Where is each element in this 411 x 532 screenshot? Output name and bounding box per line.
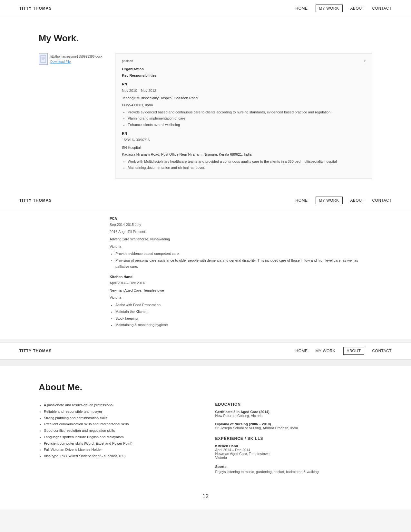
sports-section: Sports- Enjoys listening to music, garde… [215,465,373,474]
role-1-resp-1: Provide evidenced based and continuous c… [128,110,366,115]
role-pca-block: PCA Sep 2014-2015 July 2016 Aug –Till Pr… [110,216,372,270]
role-1-hospital: Jehangir Multispeciality Hospital, Sasso… [122,95,366,101]
work-content: tittythomasresume1559993396.docx Downloa… [39,53,372,179]
kitchen-title: Kitchen Hand [110,274,372,280]
nav-contact[interactable]: CONTACT [372,6,392,11]
key-resp-label: Key Responsibilities [122,73,366,79]
download-area: tittythomasresume1559993396.docx Downloa… [39,53,102,65]
exp-date-1: April 2014 – Dec 2014 [215,448,373,452]
brand-name-2: TITTY THOMAS [19,198,52,203]
role-2-location: Kadapra Niranam Road, Post Office Near N… [122,152,366,158]
my-work-title: My Work. [39,33,372,44]
exp-item-1: Kitchen Hand April 2014 – Dec 2014 Newma… [215,444,373,459]
role-1-date: Nov 2010 – Nov 2012 [122,88,366,94]
nav2-about[interactable]: ABOUT [350,198,365,203]
about-right-panel: EDUCATION Certificate 3 in Aged Care (20… [215,402,373,474]
edu-degree-2: Diploma of Nursing (2006 – 2010) [215,422,373,426]
filename: tittythomasresume1559993396.docx [50,54,102,59]
work-extra-content: PCA Sep 2014-2015 July 2016 Aug –Till Pr… [110,216,372,328]
role-1-resp-2: Planning and implementation of care [128,116,366,121]
about-qualities: A passionate and results-driven professi… [39,402,196,474]
my-work-section: My Work. tittythomasresume1559993396.doc… [0,17,411,192]
kitchen-date: April 2014 – Dec 2014 [110,280,372,286]
nav-about[interactable]: ABOUT [350,6,365,11]
kitchen-resp-4: Maintaining & monitoring hygiene [115,322,372,328]
kitchen-resp-2: Maintain the Kitchen [115,309,372,315]
about-section: About Me. A passionate and results-drive… [0,366,411,487]
pca-date: Sep 2014-2015 July [110,222,372,228]
edu-degree-1: Certificate 3 in Aged Care (2014) [215,410,373,414]
top-navbar: TITTY THOMAS HOME MY WORK ABOUT CONTACT [0,0,411,17]
header-position: position [122,59,133,64]
pca-responsibilities: Provide evidence based competent care. P… [115,251,372,269]
nav2-contact[interactable]: CONTACT [372,198,392,203]
role-2-hospital: SN Hospital [122,145,366,151]
sports-title: Sports- [215,465,373,469]
brand-name: TITTY THOMAS [19,6,52,11]
org-label: Organisation [122,66,366,72]
nav-home[interactable]: HOME [296,6,308,11]
role-1-responsibilities: Provide evidenced based and continuous c… [128,110,366,128]
pca-resp-1: Provide evidence based competent care. [115,251,372,257]
quality-3: Strong planning and administration skill… [44,415,196,421]
kitchen-location: Victoria [110,295,372,301]
nav-links: HOME MY WORK ABOUT CONTACT [296,5,392,12]
nav-mywork[interactable]: MY WORK [316,5,343,12]
nav3-mywork[interactable]: MY WORK [316,349,336,353]
nav3-about[interactable]: ABOUT [343,347,365,355]
nav3-contact[interactable]: CONTACT [372,349,392,353]
pca-title: PCA [110,216,372,222]
nav2-mywork[interactable]: MY WORK [316,197,343,204]
role-1-title: RN [122,82,366,87]
sports-text: Enjoys listening to music, gardening, cr… [215,470,373,474]
pca-org: Advent Care Whitehorse, Nunawading [110,236,372,242]
role-2-responsibilities: Work with Multidisciplinary healthcare t… [128,159,366,171]
svg-rect-0 [41,55,46,63]
pca-location: Victoria [110,244,372,250]
about-title: About Me. [39,382,372,392]
role-2-resp-1: Work with Multidisciplinary healthcare t… [128,159,366,165]
quality-8: Full Victorian Driver's License Holder [44,447,196,453]
download-info: tittythomasresume1559993396.docx Downloa… [50,54,102,64]
quality-5: Good conflict resolution and negotiation… [44,428,196,434]
experience-title: EXPERIENCE / SKILLS [215,436,373,441]
brand-name-3: TITTY THOMAS [19,349,52,353]
work-continued-section: PCA Sep 2014-2015 July 2016 Aug –Till Pr… [0,209,411,339]
section-divider [0,360,411,366]
doc-icon [39,53,48,65]
page-number: 12 [0,487,411,509]
work-detail-header: position x [122,59,366,64]
education-title: EDUCATION [215,402,373,407]
nav2-home[interactable]: HOME [296,198,308,203]
download-link[interactable]: Download File [50,60,71,63]
quality-7: Proficient computer skills (Word, Excel … [44,440,196,447]
exp-org-1: Newman Aged Care, Templestowe [215,452,373,456]
quality-4: Excellent communication skills and inter… [44,421,196,428]
kitchen-org: Newman Aged Care, Templestowe [110,287,372,294]
quality-6: Languages spoken include English and Mal… [44,434,196,440]
inner-navbar-3: TITTY THOMAS HOME MY WORK ABOUT CONTACT [0,342,411,360]
kitchen-resp-3: Stock keeping [115,315,372,322]
header-close: x [364,59,366,64]
qualities-list: A passionate and results-driven professi… [44,402,196,459]
edu-item-1: Certificate 3 in Aged Care (2014) New Fu… [215,410,373,418]
kitchen-resp-1: Assist with Food Preparation [115,302,372,308]
work-details-box: position x Organisation Key Responsibili… [115,53,372,179]
role-2-title: RN [122,131,366,137]
pca-extra-date: 2016 Aug –Till Present [110,229,372,235]
role-2-resp-2: Maintaining documentation and clinical h… [128,165,366,171]
edu-school-2: St. Joseph School of Nursing, Andhra Pra… [215,426,373,430]
nav3-home[interactable]: HOME [296,349,308,353]
about-content: A passionate and results-driven professi… [39,402,372,474]
quality-1: A passionate and results-driven professi… [44,402,196,409]
pca-resp-2: Provision of personal care assistance to… [115,257,372,269]
role-kitchen-block: Kitchen Hand April 2014 – Dec 2014 Newma… [110,274,372,328]
quality-9: Visa type: PR (Skilled / Independent - s… [44,453,196,459]
nav3-links: HOME MY WORK ABOUT CONTACT [296,347,392,355]
role-1-resp-3: Enhance clients overall wellbeing [128,122,366,128]
role-2-date: 15/3/16- 30/07/16 [122,137,366,143]
exp-location-1: Victoria [215,456,373,459]
kitchen-responsibilities: Assist with Food Preparation Maintain th… [115,302,372,328]
edu-item-2: Diploma of Nursing (2006 – 2010) St. Jos… [215,422,373,430]
exp-role-1: Kitchen Hand [215,444,373,448]
